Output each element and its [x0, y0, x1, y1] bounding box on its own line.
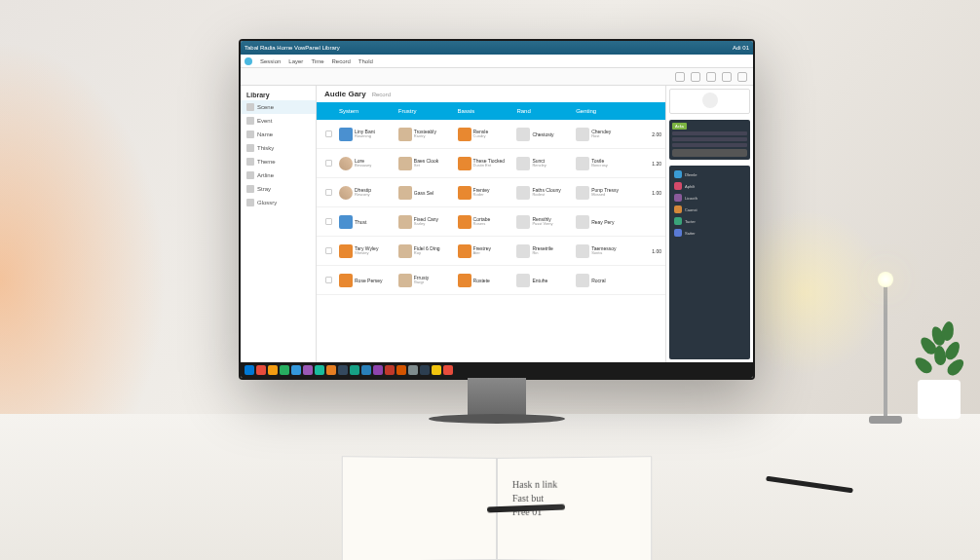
- cell-text: RensthlyPasst Vieny: [532, 216, 552, 227]
- row-checkbox[interactable]: [320, 277, 336, 283]
- sidebar-item[interactable]: Scene: [241, 100, 316, 114]
- menu-item[interactable]: Thold: [358, 58, 373, 64]
- titlebar-right: Adi 01: [733, 45, 749, 51]
- taskbar-app-icon[interactable]: [350, 365, 359, 375]
- row-checkbox[interactable]: [320, 160, 336, 167]
- taskbar-app-icon[interactable]: [361, 365, 371, 375]
- list-item-icon: [674, 229, 682, 237]
- list-item-label: Caonst: [685, 207, 697, 212]
- page-title: Audie Gary: [324, 90, 366, 98]
- status-card: Acka: [669, 120, 750, 160]
- plant-pot: [918, 380, 961, 419]
- cell-text: LoreBessasey: [355, 158, 371, 168]
- folder-icon: [246, 144, 254, 152]
- th[interactable]: Rand: [513, 108, 573, 114]
- th[interactable]: System: [336, 108, 396, 114]
- panel-list-item[interactable]: Dlemle: [672, 168, 747, 180]
- cell: TostleBoncrosy: [573, 157, 632, 170]
- row-icon: [339, 128, 353, 141]
- cell: TaemessoySontis: [573, 244, 632, 258]
- sidebar-item[interactable]: Name: [241, 128, 316, 141]
- cell-icon: [398, 157, 412, 170]
- table-row[interactable]: ThustFised CanySarleyCortabeRosersRensth…: [317, 207, 665, 237]
- table-row[interactable]: Liny BantRoseningTrosteablyRantryRensleC…: [317, 120, 665, 149]
- taskbar-app-icon[interactable]: [432, 365, 441, 375]
- table-row[interactable]: Tary WyleyShesteyFidel 6 DingRoyFrestrey…: [317, 237, 665, 266]
- sidebar-label: Scene: [257, 104, 274, 110]
- action-button[interactable]: [672, 149, 747, 157]
- taskbar-app-icon[interactable]: [280, 365, 289, 375]
- sidebar-item[interactable]: Thisky: [241, 141, 316, 155]
- sidebar-label: Artline: [257, 172, 274, 178]
- panel-list-item[interactable]: Caonst: [672, 204, 747, 215]
- table-row[interactable]: DhestipResconyGass SelFrenteyRoderFaths …: [317, 178, 665, 207]
- table-row[interactable]: Rose PerseyFrrustyGargrRosteteEntuheRocr…: [317, 266, 665, 295]
- th[interactable]: Frustry: [396, 108, 455, 114]
- sidebar-item[interactable]: Event: [241, 114, 316, 128]
- cell: Liny BantRosening: [336, 128, 396, 141]
- search-icon[interactable]: [675, 72, 685, 82]
- user-icon[interactable]: [737, 72, 747, 82]
- monitor-stand: [468, 378, 526, 417]
- sidebar-item[interactable]: Artline: [241, 168, 316, 182]
- cell-text: TaemessoySontis: [591, 245, 616, 256]
- main-panel: Audie Gary Record System Frustry Bassis …: [317, 86, 665, 362]
- info-line: [672, 143, 747, 147]
- menu-icon[interactable]: [245, 57, 252, 65]
- row-checkbox[interactable]: [320, 247, 336, 254]
- toolbar: [241, 68, 753, 86]
- table-header: System Frustry Bassis Rand Genting: [317, 102, 665, 120]
- taskbar-app-icon[interactable]: [338, 365, 348, 375]
- cell-text: DhestipRescony: [355, 187, 371, 198]
- main-header: Audie Gary Record: [317, 86, 665, 102]
- taskbar-app-icon[interactable]: [420, 365, 430, 375]
- taskbar-app-icon[interactable]: [385, 365, 395, 375]
- panel-list-item[interactable]: Satter: [672, 227, 747, 239]
- taskbar-app-icon[interactable]: [245, 365, 254, 375]
- sidebar-item[interactable]: Glossry: [241, 196, 316, 209]
- cell: Entuhe: [513, 274, 573, 287]
- notebook-left-page: [342, 456, 497, 560]
- th[interactable]: Bassis: [455, 108, 514, 114]
- sidebar-item[interactable]: Theme: [241, 155, 316, 168]
- profile-card[interactable]: [669, 89, 750, 114]
- menu-item[interactable]: Session: [260, 58, 281, 64]
- cell-text: Thust: [355, 219, 367, 225]
- menu-item[interactable]: Layer: [288, 58, 303, 64]
- cell-text: Rostete: [473, 278, 490, 283]
- taskbar-app-icon[interactable]: [326, 365, 336, 375]
- page-subtitle: Record: [372, 92, 391, 97]
- taskbar-app-icon[interactable]: [256, 365, 266, 375]
- taskbar-app-icon[interactable]: [315, 365, 324, 375]
- cell: Rocral: [573, 274, 632, 287]
- taskbar-app-icon[interactable]: [443, 365, 453, 375]
- row-checkbox[interactable]: [320, 189, 336, 196]
- row-checkbox[interactable]: [320, 131, 336, 137]
- taskbar-app-icon[interactable]: [373, 365, 383, 375]
- cell: Punp TressyMossed: [573, 186, 632, 200]
- table-row[interactable]: LoreBessaseyBaes ClookSetThese TiockedDu…: [317, 149, 665, 178]
- sidebar-item[interactable]: Stray: [241, 182, 316, 196]
- settings-icon[interactable]: [706, 72, 716, 82]
- taskbar-app-icon[interactable]: [268, 365, 278, 375]
- cell-text: RensleCundry: [473, 129, 489, 139]
- cell-icon: [576, 157, 589, 170]
- cell-icon: [516, 274, 530, 287]
- row-checkbox[interactable]: [320, 218, 336, 225]
- taskbar-app-icon[interactable]: [408, 365, 418, 375]
- panel-list-item[interactable]: Tacter: [672, 215, 747, 227]
- refresh-icon[interactable]: [691, 72, 700, 82]
- monitor-base: [429, 414, 565, 424]
- cell-text: Reay Pery: [591, 219, 614, 225]
- th[interactable]: Genting: [573, 108, 632, 114]
- panel-list-item[interactable]: Aphilt: [672, 180, 747, 192]
- panel-list-item[interactable]: Licooth: [672, 192, 747, 204]
- grid-icon[interactable]: [722, 72, 732, 82]
- menu-item[interactable]: Record: [332, 58, 351, 64]
- taskbar-app-icon[interactable]: [396, 365, 406, 375]
- taskbar-app-icon[interactable]: [291, 365, 301, 375]
- sidebar-label: Stray: [257, 186, 271, 192]
- menu-item[interactable]: Time: [311, 58, 323, 64]
- cell-icon: [516, 244, 530, 258]
- taskbar-app-icon[interactable]: [303, 365, 313, 375]
